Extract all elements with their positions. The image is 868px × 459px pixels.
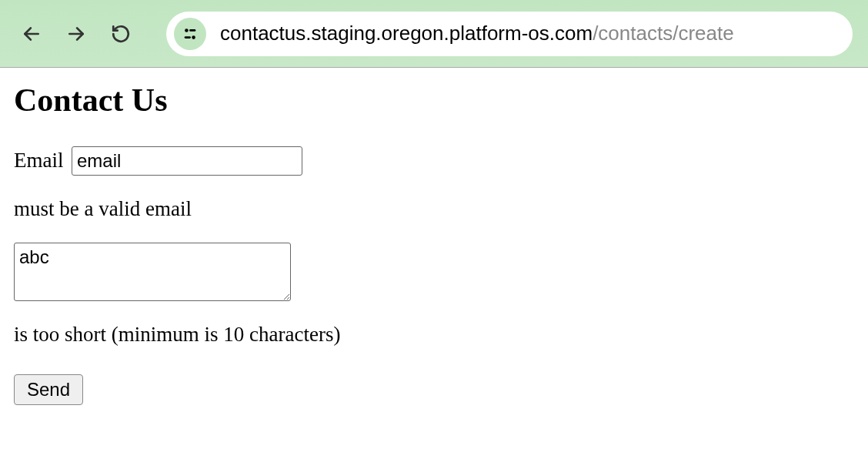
arrow-left-icon — [22, 24, 42, 44]
page-content: Contact Us Email must be a valid email i… — [0, 68, 868, 419]
browser-toolbar: contactus.staging.oregon.platform-os.com… — [0, 0, 868, 68]
url-domain: contactus.staging.oregon.platform-os.com — [220, 22, 593, 45]
svg-rect-3 — [189, 29, 195, 32]
page-title: Contact Us — [14, 82, 854, 119]
svg-point-2 — [185, 28, 189, 32]
reload-icon — [111, 24, 131, 44]
email-label: Email — [14, 149, 63, 172]
site-settings-icon[interactable] — [174, 18, 206, 50]
back-button[interactable] — [15, 18, 48, 50]
url-text: contactus.staging.oregon.platform-os.com… — [220, 22, 734, 45]
svg-rect-5 — [185, 36, 191, 39]
forward-button[interactable] — [60, 18, 92, 50]
email-input[interactable] — [72, 146, 302, 176]
email-error: must be a valid email — [14, 197, 854, 221]
reload-button[interactable] — [105, 18, 137, 50]
tune-icon — [182, 25, 199, 42]
url-path: /contacts/create — [593, 22, 734, 45]
send-button[interactable]: Send — [14, 374, 83, 405]
svg-point-4 — [192, 35, 195, 39]
message-error: is too short (minimum is 10 characters) — [14, 323, 854, 347]
message-textarea[interactable] — [14, 243, 291, 301]
address-bar[interactable]: contactus.staging.oregon.platform-os.com… — [166, 12, 853, 56]
email-row: Email — [14, 146, 854, 176]
arrow-right-icon — [66, 24, 86, 44]
